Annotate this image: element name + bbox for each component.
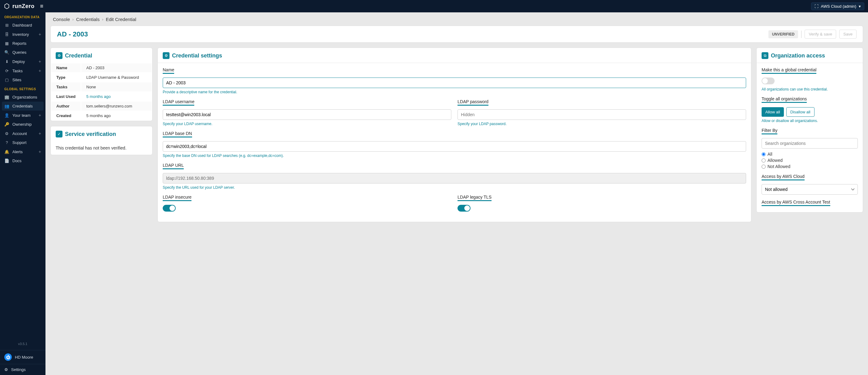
check-icon: ✓ (56, 131, 62, 137)
logo-text: runZero (12, 3, 35, 9)
organizations-icon: 🏢 (4, 95, 9, 99)
ldap-url-label: LDAP URL (163, 163, 184, 169)
plus-icon[interactable]: + (39, 131, 41, 136)
support-icon: ? (4, 140, 9, 145)
access-aws-cloud-label: Access by AWS Cloud (762, 174, 805, 180)
sidebar-item-docs[interactable]: 📄Docs (0, 156, 45, 165)
breadcrumb-current: Edit Credential (106, 17, 136, 22)
sidebar-item-account[interactable]: ⚙Account+ (0, 129, 45, 138)
access-aws-cloud-select[interactable]: Not allowed (762, 184, 858, 195)
save-button[interactable]: Save (839, 30, 857, 39)
name-input[interactable] (163, 77, 746, 88)
logo-icon (4, 3, 10, 9)
credentials-icon: 👥 (4, 104, 9, 108)
ldap-legacy-tls-toggle[interactable] (458, 205, 470, 212)
plus-icon[interactable]: + (39, 59, 41, 64)
chevron-right-icon: › (102, 17, 103, 22)
toggle-orgs-label: Toggle all organizations (762, 96, 807, 103)
verification-card: ✓ Service verification This credential h… (51, 126, 153, 155)
sidebar-item-tasks[interactable]: ⟳Tasks+ (0, 66, 45, 75)
credential-info-table: NameAD - 2003 TypeLDAP Username & Passwo… (51, 63, 152, 121)
filter-radio-all[interactable]: All (762, 152, 858, 157)
logo[interactable]: runZero ≡ (4, 3, 43, 9)
filter-by-label: Filter By (762, 128, 777, 134)
ldap-username-input[interactable] (163, 109, 451, 120)
status-badge: UNVERIFIED (768, 30, 798, 38)
sidebar-item-alerts[interactable]: 🔔Alerts+ (0, 147, 45, 156)
sidebar-item-dashboard[interactable]: ⊞Dashboard (0, 21, 45, 30)
ldap-username-help: Specify your LDAP username. (163, 122, 451, 126)
name-label: Name (163, 67, 174, 74)
ldap-dn-help: Specify the base DN used for LDAP search… (163, 154, 746, 158)
allow-all-button[interactable]: Allow all (762, 107, 784, 117)
sidebar-item-organizations[interactable]: 🏢Organizations (0, 93, 45, 102)
sidebar-item-deploy[interactable]: ⬇Deploy+ (0, 57, 45, 66)
plus-icon[interactable]: + (39, 149, 41, 154)
ldap-password-input[interactable] (458, 109, 746, 120)
cloud-selector[interactable]: ⛶ AWS Cloud (admin) ▾ (811, 2, 864, 10)
table-row: NameAD - 2003 (51, 63, 152, 72)
sidebar-item-your-team[interactable]: 👤Your team+ (0, 111, 45, 120)
tasks-icon: ⟳ (4, 69, 9, 73)
plus-icon[interactable]: + (39, 68, 41, 73)
breadcrumb-credentials[interactable]: Credentials (76, 17, 100, 22)
sidebar-item-settings[interactable]: ⚙ Settings (0, 364, 45, 375)
verification-text: This credential has not been verified. (51, 141, 152, 155)
sidebar-item-support[interactable]: ?Support (0, 138, 45, 147)
card-title: Credential (65, 53, 92, 59)
main: Console › Credentials › Edit Credential … (45, 12, 868, 375)
copy-icon: ⧉ (762, 52, 768, 59)
org-access-card: ⧉ Organization access Make this a global… (756, 47, 863, 212)
ldap-insecure-label: LDAP insecure (163, 195, 191, 201)
team-icon: 👤 (4, 113, 9, 118)
version-label: v3.5.1 (0, 339, 45, 350)
sidebar-item-credentials[interactable]: 👥Credentials (2, 102, 43, 111)
ldap-url-input[interactable] (163, 173, 746, 183)
verify-save-button[interactable]: Verify & save (805, 30, 836, 39)
last-used-link[interactable]: 5 months ago (81, 92, 152, 101)
user-row[interactable]: ⏻ HD Moore (0, 350, 45, 364)
menu-toggle-icon[interactable]: ≡ (40, 3, 43, 9)
table-row: Last Used5 months ago (51, 92, 152, 101)
table-row: Created5 months ago (51, 111, 152, 120)
avatar: ⏻ (4, 353, 12, 361)
ldap-password-help: Specify your LDAP password. (458, 122, 746, 126)
ldap-insecure-toggle[interactable] (163, 205, 176, 212)
sidebar-item-inventory[interactable]: 🗄Inventory+ (0, 30, 45, 39)
reports-icon: ▦ (4, 41, 9, 46)
disallow-all-button[interactable]: Disallow all (786, 107, 814, 117)
card-title: Service verification (65, 131, 116, 137)
title-bar: AD - 2003 UNVERIFIED Verify & save Save (51, 26, 863, 43)
filter-orgs-input[interactable] (762, 138, 858, 148)
sidebar-item-sites[interactable]: ▢Sites (0, 75, 45, 84)
cloud-label: AWS Cloud (admin) (821, 4, 856, 9)
filter-radio-allowed[interactable]: Allowed (762, 158, 858, 163)
global-credential-label: Make this a global credential (762, 67, 816, 74)
table-row: TasksNone (51, 82, 152, 92)
card-title: Organization access (771, 53, 825, 59)
credential-card: ⚙ Credential NameAD - 2003 TypeLDAP User… (51, 47, 153, 121)
ownership-icon: 🔑 (4, 122, 9, 127)
cloud-icon: ⛶ (814, 4, 818, 9)
ldap-username-label: LDAP username (163, 99, 194, 106)
chevron-down-icon: ▾ (859, 4, 861, 9)
plus-icon[interactable]: + (39, 32, 41, 37)
filter-radio-not-allowed[interactable]: Not Allowed (762, 164, 858, 169)
sidebar-item-reports[interactable]: ▦Reports (0, 39, 45, 48)
sidebar-section-org: ORGANIZATION DATA (0, 12, 45, 21)
plus-icon[interactable]: + (39, 113, 41, 118)
sidebar-item-ownership[interactable]: 🔑Ownership (0, 120, 45, 129)
ldap-dn-input[interactable] (163, 141, 746, 152)
sidebar-section-global: GLOBAL SETTINGS (0, 84, 45, 93)
global-credential-toggle[interactable] (762, 77, 775, 84)
user-name: HD Moore (15, 355, 33, 360)
chevron-right-icon: › (72, 17, 73, 22)
gear-icon: ⚙ (56, 52, 62, 59)
deploy-icon: ⬇ (4, 59, 9, 64)
dashboard-icon: ⊞ (4, 23, 9, 28)
sites-icon: ▢ (4, 77, 9, 82)
inventory-icon: 🗄 (4, 32, 9, 37)
breadcrumb-console[interactable]: Console (53, 17, 70, 22)
ldap-url-help: Specify the URL used for your LDAP serve… (163, 185, 746, 190)
sidebar-item-queries[interactable]: 🔍Queries (0, 48, 45, 57)
